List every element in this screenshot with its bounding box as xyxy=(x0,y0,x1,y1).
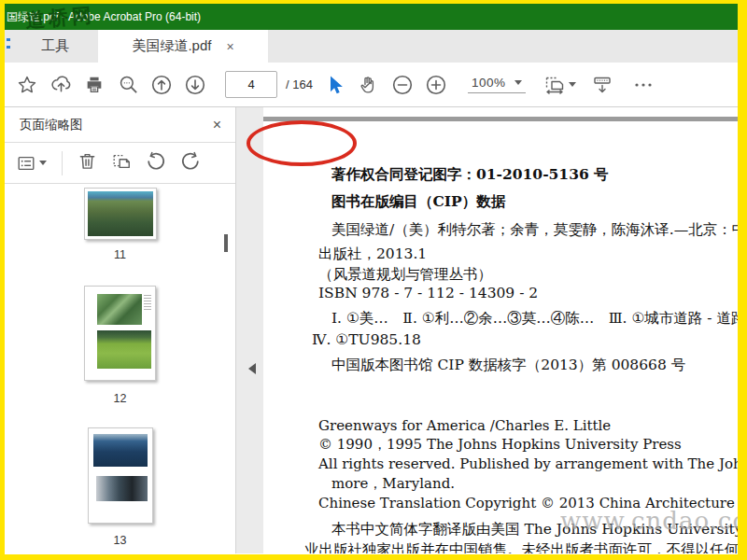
thumbnail-item[interactable]: 11 xyxy=(84,188,157,261)
collapse-panel-icon[interactable] xyxy=(248,363,256,374)
thumbnail-page-number: 12 xyxy=(114,392,127,405)
thumbnails-toolbar xyxy=(5,143,235,184)
title-bar[interactable]: 国绿道.pdf - Adobe Acrobat Pro (64-bit) 道桥网 xyxy=(5,4,738,30)
tab-tools-label: 工具 xyxy=(41,37,69,55)
page-thumbnail-image[interactable] xyxy=(88,427,153,524)
document-text-line: 中国版本图书馆 CIP 数据核字（2013）第 008668 号 xyxy=(331,356,738,374)
document-text-line: （风景道规划与管理丛书） xyxy=(318,265,738,284)
chevron-down-icon xyxy=(569,82,576,87)
document-text-line: © 1990，1995 The Johns Hopkins University… xyxy=(318,435,738,454)
crop-pages-icon[interactable] xyxy=(111,151,132,175)
zoom-level-value: 100% xyxy=(472,76,506,90)
next-page-icon[interactable] xyxy=(178,67,212,103)
fit-width-dropdown[interactable] xyxy=(539,67,580,103)
page-content: 著作权合同登记图字：01-2010-5136 号图书在版编目（CIP）数据美国绿… xyxy=(318,160,738,553)
tab-document[interactable]: 美国绿道.pdf × xyxy=(98,30,268,63)
thumbnails-list: 11 12 13 xyxy=(5,184,235,547)
document-text-line: All rights reserved. Published by arrang… xyxy=(318,455,738,473)
page-thumbnail-image[interactable] xyxy=(84,286,156,381)
document-text-line: 出版社，2013.1 xyxy=(318,245,738,263)
thumbnail-item[interactable]: 12 xyxy=(84,261,156,405)
hand-tool-icon[interactable] xyxy=(352,67,386,103)
document-background-gap xyxy=(263,117,738,121)
chevron-down-icon xyxy=(514,80,522,85)
document-text-line: Ⅰ. ①美… Ⅱ. ①利…②余…③莫…④陈… Ⅲ. ①城市道路 - 道路绿化 -… xyxy=(331,309,738,328)
document-text-line: 业出版社独家出版并在中国销售。未经出版者书面许可，不得以任何方式复制 xyxy=(304,540,738,553)
zoom-in-icon[interactable] xyxy=(419,67,453,103)
document-text-line: 本书中文简体字翻译版由美国 The Johns Hopkins Universi… xyxy=(331,520,738,539)
window-title: 国绿道.pdf - Adobe Acrobat Pro (64-bit) xyxy=(7,10,201,23)
share-upload-icon[interactable] xyxy=(44,67,78,103)
page-thumbnail-image[interactable] xyxy=(84,188,157,240)
thumbnails-panel-title: 页面缩略图 xyxy=(20,117,83,133)
page-total-label: / 164 xyxy=(286,77,313,91)
thumbnail-page-number: 13 xyxy=(114,534,127,547)
document-text-line: ISBN 978 - 7 - 112 - 14309 - 2 xyxy=(318,284,738,302)
document-text-line: 美国绿道/（美）利特尔著；余青，莫雯静，陈海沐译.—北京：中国建 xyxy=(331,220,738,239)
thumbnails-panel-header: 页面缩略图 × xyxy=(5,107,235,143)
clipped-home-icon xyxy=(5,30,12,63)
document-text-line: 图书在版编目（CIP）数据 xyxy=(331,192,738,211)
print-icon[interactable] xyxy=(78,67,111,103)
panel-splitter[interactable] xyxy=(235,107,263,553)
thumbnail-options-dropdown[interactable] xyxy=(16,153,47,174)
tab-close-icon[interactable]: × xyxy=(226,40,233,53)
document-text-line: Ⅳ. ①TU985.18 xyxy=(312,330,738,349)
rotate-counterclockwise-icon[interactable] xyxy=(146,151,166,175)
more-tools-icon[interactable] xyxy=(627,67,660,103)
thumbnails-panel: 页面缩略图 × xyxy=(5,107,235,553)
document-view[interactable]: 著作权合同登记图字：01-2010-5136 号图书在版编目（CIP）数据美国绿… xyxy=(263,107,738,553)
thumbnail-item[interactable]: 13 xyxy=(88,405,153,547)
document-text-line: Greenways for America /Charles E. Little xyxy=(318,416,738,435)
document-text-line: more，Maryland. xyxy=(331,474,738,493)
page-number-input[interactable] xyxy=(225,71,277,98)
chevron-down-icon xyxy=(39,161,47,165)
thumbnail-page-number: 11 xyxy=(114,248,126,261)
acrobat-window: 国绿道.pdf - Adobe Acrobat Pro (64-bit) 道桥网… xyxy=(0,0,747,560)
zoom-out-icon[interactable] xyxy=(386,67,419,103)
select-tool-cursor-icon[interactable] xyxy=(318,67,352,103)
zoom-level-dropdown[interactable]: 100% xyxy=(468,76,527,93)
scrolling-mode-icon[interactable] xyxy=(585,67,619,103)
document-text-line: Chinese Translation Copyright © 2013 Chi… xyxy=(318,494,738,512)
tab-document-label: 美国绿道.pdf xyxy=(132,37,211,55)
main-area: 页面缩略图 × xyxy=(5,107,738,553)
previous-page-icon[interactable] xyxy=(145,67,178,103)
rotate-clockwise-icon[interactable] xyxy=(180,151,201,175)
delete-pages-icon[interactable] xyxy=(78,151,97,175)
tab-bar: 工具 美国绿道.pdf × xyxy=(5,30,738,63)
panel-close-icon[interactable]: × xyxy=(213,118,221,133)
divider xyxy=(62,151,63,175)
panel-scrollbar-thumb[interactable] xyxy=(224,234,228,252)
tab-tools[interactable]: 工具 xyxy=(12,30,98,63)
document-text-line: 著作权合同登记图字：01-2010-5136 号 xyxy=(331,165,738,184)
favorite-star-icon[interactable] xyxy=(10,67,44,103)
search-icon[interactable] xyxy=(111,67,145,103)
toolbar: / 164 100% xyxy=(5,63,738,107)
